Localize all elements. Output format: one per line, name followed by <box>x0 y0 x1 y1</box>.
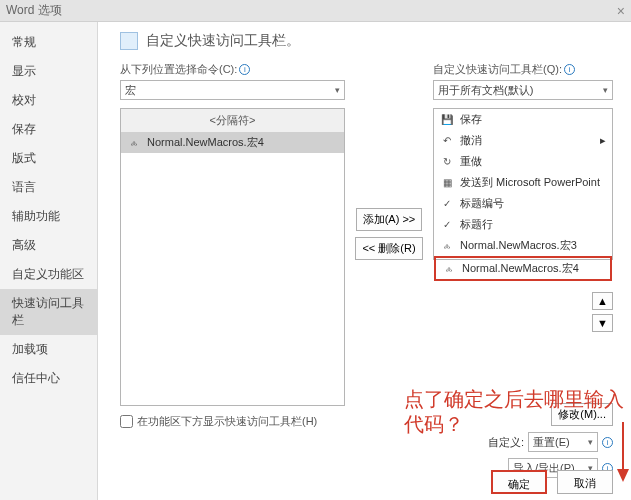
sidebar-item-3[interactable]: 保存 <box>0 115 97 144</box>
save-icon: 💾 <box>440 114 454 126</box>
add-button[interactable]: 添加(A) >> <box>356 208 423 231</box>
remove-button[interactable]: << 删除(R) <box>355 237 422 260</box>
macro-icon: ஃ <box>127 137 141 149</box>
target-label: 自定义快速访问工具栏(Q): i <box>433 62 613 77</box>
macro-icon: ஃ <box>442 263 456 275</box>
list-item-label: 标题行 <box>460 217 493 232</box>
sidebar-item-9[interactable]: 快速访问工具栏 <box>0 289 97 335</box>
commands-listbox[interactable]: <分隔符> ஃNormal.NewMacros.宏4 <box>120 108 345 406</box>
move-up-button[interactable]: ▲ <box>592 292 613 310</box>
toolbar-icon <box>120 32 138 50</box>
target-dropdown[interactable]: 用于所有文档(默认) <box>433 80 613 100</box>
list-item-label: 撤消 <box>460 133 482 148</box>
macro-icon: ஃ <box>440 240 454 252</box>
chevron-right-icon: ▸ <box>600 134 606 147</box>
list-item[interactable]: ✓标题行 <box>434 214 612 235</box>
list-item-label: Normal.NewMacros.宏4 <box>462 261 579 276</box>
list-item-label: Normal.NewMacros.宏3 <box>460 238 577 253</box>
svg-marker-1 <box>617 469 629 482</box>
ok-button[interactable]: 确定 <box>491 470 547 494</box>
undo-icon: ↶ <box>440 135 454 147</box>
list-item-label: 发送到 Microsoft PowerPoint <box>460 175 600 190</box>
close-icon[interactable]: × <box>617 3 625 19</box>
sidebar-item-2[interactable]: 校对 <box>0 86 97 115</box>
list-item[interactable]: ▦发送到 Microsoft PowerPoint <box>434 172 612 193</box>
sidebar: 常规显示校对保存版式语言辅助功能高级自定义功能区快速访问工具栏加载项信任中心 <box>0 22 98 500</box>
info-icon[interactable]: i <box>564 64 575 75</box>
list-item-label: 标题编号 <box>460 196 504 211</box>
choose-from-label: 从下列位置选择命令(C): i <box>120 62 345 77</box>
checkbox-input[interactable] <box>120 415 133 428</box>
info-icon[interactable]: i <box>602 437 613 448</box>
list-item[interactable]: ↶撤消▸ <box>434 130 612 151</box>
sidebar-item-8[interactable]: 自定义功能区 <box>0 260 97 289</box>
sidebar-item-7[interactable]: 高级 <box>0 231 97 260</box>
page-heading: 自定义快速访问工具栏。 <box>120 32 613 50</box>
title-icon: ✓ <box>440 219 454 231</box>
list-item-label: 保存 <box>460 112 482 127</box>
list-item[interactable]: 💾保存 <box>434 109 612 130</box>
window-title: Word 选项 <box>6 2 62 19</box>
redo-icon: ↻ <box>440 156 454 168</box>
sidebar-item-11[interactable]: 信任中心 <box>0 364 97 393</box>
sidebar-item-10[interactable]: 加载项 <box>0 335 97 364</box>
list-item[interactable]: ↻重做 <box>434 151 612 172</box>
heading-text: 自定义快速访问工具栏。 <box>146 32 300 50</box>
list-item[interactable]: ஃNormal.NewMacros.宏4 <box>434 256 612 281</box>
sidebar-item-1[interactable]: 显示 <box>0 57 97 86</box>
list-item[interactable]: ✓标题编号 <box>434 193 612 214</box>
info-icon[interactable]: i <box>239 64 250 75</box>
move-down-button[interactable]: ▼ <box>592 314 613 332</box>
ppt-icon: ▦ <box>440 177 454 189</box>
heading-icon: ✓ <box>440 198 454 210</box>
list-item-label: Normal.NewMacros.宏4 <box>147 135 264 150</box>
sidebar-item-6[interactable]: 辅助功能 <box>0 202 97 231</box>
titlebar: Word 选项 × <box>0 0 631 22</box>
sidebar-item-4[interactable]: 版式 <box>0 144 97 173</box>
annotation-text: 点了确定之后去哪里输入 代码？ <box>404 387 624 437</box>
toolbar-listbox[interactable]: 💾保存↶撤消▸↻重做▦发送到 Microsoft PowerPoint✓标题编号… <box>433 108 613 260</box>
sidebar-item-0[interactable]: 常规 <box>0 28 97 57</box>
sidebar-item-5[interactable]: 语言 <box>0 173 97 202</box>
cancel-button[interactable]: 取消 <box>557 470 613 494</box>
list-item-label: 重做 <box>460 154 482 169</box>
list-item[interactable]: ஃNormal.NewMacros.宏3 <box>434 235 612 256</box>
choose-from-dropdown[interactable]: 宏 <box>120 80 345 100</box>
separator-row[interactable]: <分隔符> <box>121 109 344 132</box>
list-item[interactable]: ஃNormal.NewMacros.宏4 <box>121 132 344 153</box>
